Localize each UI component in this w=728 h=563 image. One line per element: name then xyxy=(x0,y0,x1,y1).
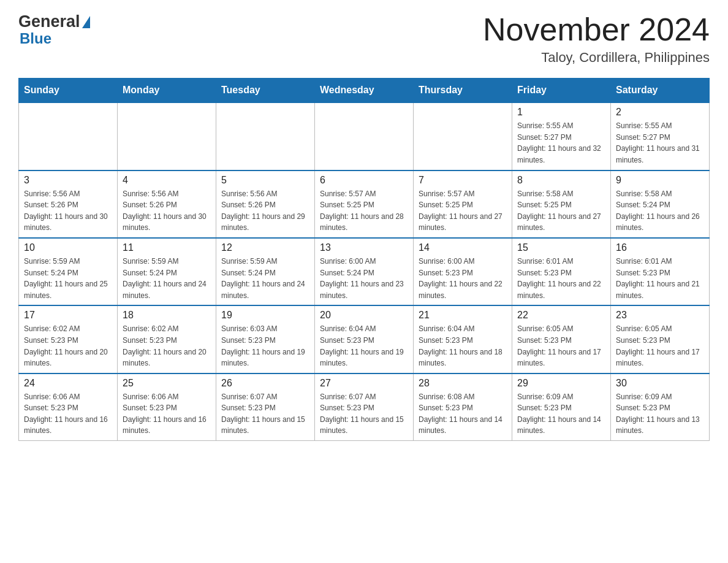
sun-info: Sunrise: 6:04 AMSunset: 5:23 PMDaylight:… xyxy=(419,323,507,369)
logo-blue-text: Blue xyxy=(20,30,51,47)
sun-info: Sunrise: 6:06 AMSunset: 5:23 PMDaylight:… xyxy=(123,391,211,437)
calendar-cell: 20Sunrise: 6:04 AMSunset: 5:23 PMDayligh… xyxy=(315,305,414,373)
calendar-cell: 2Sunrise: 5:55 AMSunset: 5:27 PMDaylight… xyxy=(611,102,710,170)
logo-line1: General xyxy=(18,12,90,31)
calendar-cell: 9Sunrise: 5:58 AMSunset: 5:24 PMDaylight… xyxy=(611,170,710,238)
sun-info: Sunrise: 5:56 AMSunset: 5:26 PMDaylight:… xyxy=(221,188,309,234)
day-header-wednesday: Wednesday xyxy=(315,79,414,103)
calendar-table: SundayMondayTuesdayWednesdayThursdayFrid… xyxy=(18,78,710,441)
sun-info: Sunrise: 6:00 AMSunset: 5:24 PMDaylight:… xyxy=(320,256,408,301)
title-section: November 2024 Taloy, Cordillera, Philipp… xyxy=(483,12,710,66)
sun-info: Sunrise: 6:09 AMSunset: 5:23 PMDaylight:… xyxy=(517,391,605,437)
calendar-cell: 13Sunrise: 6:00 AMSunset: 5:24 PMDayligh… xyxy=(315,238,414,305)
calendar-cell: 10Sunrise: 5:59 AMSunset: 5:24 PMDayligh… xyxy=(19,238,118,305)
day-number: 8 xyxy=(517,175,605,186)
calendar-cell: 8Sunrise: 5:58 AMSunset: 5:25 PMDaylight… xyxy=(512,170,611,238)
day-number: 21 xyxy=(419,310,507,321)
calendar-cell: 22Sunrise: 6:05 AMSunset: 5:23 PMDayligh… xyxy=(512,305,611,373)
sun-info: Sunrise: 6:06 AMSunset: 5:23 PMDaylight:… xyxy=(24,391,112,437)
calendar-cell: 30Sunrise: 6:09 AMSunset: 5:23 PMDayligh… xyxy=(611,373,710,441)
day-number: 16 xyxy=(616,242,704,253)
calendar-cell xyxy=(118,102,216,170)
sun-info: Sunrise: 5:59 AMSunset: 5:24 PMDaylight:… xyxy=(221,256,309,301)
day-number: 13 xyxy=(320,242,408,253)
calendar-cell: 19Sunrise: 6:03 AMSunset: 5:23 PMDayligh… xyxy=(216,305,315,373)
calendar-cell: 15Sunrise: 6:01 AMSunset: 5:23 PMDayligh… xyxy=(512,238,611,305)
calendar-cell: 28Sunrise: 6:08 AMSunset: 5:23 PMDayligh… xyxy=(414,373,512,441)
sun-info: Sunrise: 6:07 AMSunset: 5:23 PMDaylight:… xyxy=(320,391,408,437)
week-row-4: 17Sunrise: 6:02 AMSunset: 5:23 PMDayligh… xyxy=(19,305,710,373)
day-header-thursday: Thursday xyxy=(414,79,512,103)
day-header-saturday: Saturday xyxy=(611,79,710,103)
sun-info: Sunrise: 6:01 AMSunset: 5:23 PMDaylight:… xyxy=(517,256,605,301)
day-header-sunday: Sunday xyxy=(19,79,118,103)
sun-info: Sunrise: 6:02 AMSunset: 5:23 PMDaylight:… xyxy=(24,323,112,369)
calendar-cell: 4Sunrise: 5:56 AMSunset: 5:26 PMDaylight… xyxy=(118,170,216,238)
calendar-cell xyxy=(414,102,512,170)
calendar-cell: 24Sunrise: 6:06 AMSunset: 5:23 PMDayligh… xyxy=(19,373,118,441)
day-number: 28 xyxy=(419,378,507,389)
calendar-cell xyxy=(315,102,414,170)
sun-info: Sunrise: 5:56 AMSunset: 5:26 PMDaylight:… xyxy=(123,188,211,234)
week-row-2: 3Sunrise: 5:56 AMSunset: 5:26 PMDaylight… xyxy=(19,170,710,238)
day-header-tuesday: Tuesday xyxy=(216,79,315,103)
day-number: 24 xyxy=(24,378,112,389)
day-number: 6 xyxy=(320,175,408,186)
day-number: 2 xyxy=(616,107,704,118)
sun-info: Sunrise: 5:55 AMSunset: 5:27 PMDaylight:… xyxy=(616,120,704,166)
sun-info: Sunrise: 6:05 AMSunset: 5:23 PMDaylight:… xyxy=(616,323,704,369)
sun-info: Sunrise: 6:07 AMSunset: 5:23 PMDaylight:… xyxy=(221,391,309,437)
day-number: 20 xyxy=(320,310,408,321)
sun-info: Sunrise: 6:03 AMSunset: 5:23 PMDaylight:… xyxy=(221,323,309,369)
day-number: 12 xyxy=(221,242,309,253)
logo: General Blue xyxy=(18,12,90,47)
page-header: General Blue November 2024 Taloy, Cordil… xyxy=(18,12,710,66)
calendar-cell: 14Sunrise: 6:00 AMSunset: 5:23 PMDayligh… xyxy=(414,238,512,305)
calendar-cell xyxy=(216,102,315,170)
sun-info: Sunrise: 6:02 AMSunset: 5:23 PMDaylight:… xyxy=(123,323,211,369)
calendar-cell: 26Sunrise: 6:07 AMSunset: 5:23 PMDayligh… xyxy=(216,373,315,441)
sun-info: Sunrise: 6:04 AMSunset: 5:23 PMDaylight:… xyxy=(320,323,408,369)
day-number: 14 xyxy=(419,242,507,253)
calendar-cell: 16Sunrise: 6:01 AMSunset: 5:23 PMDayligh… xyxy=(611,238,710,305)
calendar-cell: 3Sunrise: 5:56 AMSunset: 5:26 PMDaylight… xyxy=(19,170,118,238)
sun-info: Sunrise: 5:55 AMSunset: 5:27 PMDaylight:… xyxy=(517,120,605,166)
calendar-cell: 18Sunrise: 6:02 AMSunset: 5:23 PMDayligh… xyxy=(118,305,216,373)
sun-info: Sunrise: 5:56 AMSunset: 5:26 PMDaylight:… xyxy=(24,188,112,234)
day-number: 4 xyxy=(123,175,211,186)
month-title: November 2024 xyxy=(483,12,710,47)
calendar-cell: 29Sunrise: 6:09 AMSunset: 5:23 PMDayligh… xyxy=(512,373,611,441)
day-number: 10 xyxy=(24,242,112,253)
sun-info: Sunrise: 6:05 AMSunset: 5:23 PMDaylight:… xyxy=(517,323,605,369)
day-number: 11 xyxy=(123,242,211,253)
day-number: 3 xyxy=(24,175,112,186)
day-number: 27 xyxy=(320,378,408,389)
calendar-cell xyxy=(19,102,118,170)
sun-info: Sunrise: 6:01 AMSunset: 5:23 PMDaylight:… xyxy=(616,256,704,301)
calendar-cell: 7Sunrise: 5:57 AMSunset: 5:25 PMDaylight… xyxy=(414,170,512,238)
calendar-cell: 1Sunrise: 5:55 AMSunset: 5:27 PMDaylight… xyxy=(512,102,611,170)
sun-info: Sunrise: 5:59 AMSunset: 5:24 PMDaylight:… xyxy=(24,256,112,301)
calendar-cell: 27Sunrise: 6:07 AMSunset: 5:23 PMDayligh… xyxy=(315,373,414,441)
sun-info: Sunrise: 5:57 AMSunset: 5:25 PMDaylight:… xyxy=(419,188,507,234)
day-number: 7 xyxy=(419,175,507,186)
week-row-1: 1Sunrise: 5:55 AMSunset: 5:27 PMDaylight… xyxy=(19,102,710,170)
sun-info: Sunrise: 5:58 AMSunset: 5:24 PMDaylight:… xyxy=(616,188,704,234)
day-number: 5 xyxy=(221,175,309,186)
calendar-cell: 23Sunrise: 6:05 AMSunset: 5:23 PMDayligh… xyxy=(611,305,710,373)
day-number: 15 xyxy=(517,242,605,253)
sun-info: Sunrise: 6:08 AMSunset: 5:23 PMDaylight:… xyxy=(419,391,507,437)
day-number: 29 xyxy=(517,378,605,389)
sun-info: Sunrise: 5:57 AMSunset: 5:25 PMDaylight:… xyxy=(320,188,408,234)
calendar-cell: 11Sunrise: 5:59 AMSunset: 5:24 PMDayligh… xyxy=(118,238,216,305)
day-number: 1 xyxy=(517,107,605,118)
day-number: 25 xyxy=(123,378,211,389)
calendar-cell: 5Sunrise: 5:56 AMSunset: 5:26 PMDaylight… xyxy=(216,170,315,238)
location-title: Taloy, Cordillera, Philippines xyxy=(483,50,710,66)
week-row-5: 24Sunrise: 6:06 AMSunset: 5:23 PMDayligh… xyxy=(19,373,710,441)
logo-general-text: General xyxy=(18,12,80,31)
day-number: 23 xyxy=(616,310,704,321)
day-number: 30 xyxy=(616,378,704,389)
calendar-cell: 21Sunrise: 6:04 AMSunset: 5:23 PMDayligh… xyxy=(414,305,512,373)
calendar-cell: 12Sunrise: 5:59 AMSunset: 5:24 PMDayligh… xyxy=(216,238,315,305)
